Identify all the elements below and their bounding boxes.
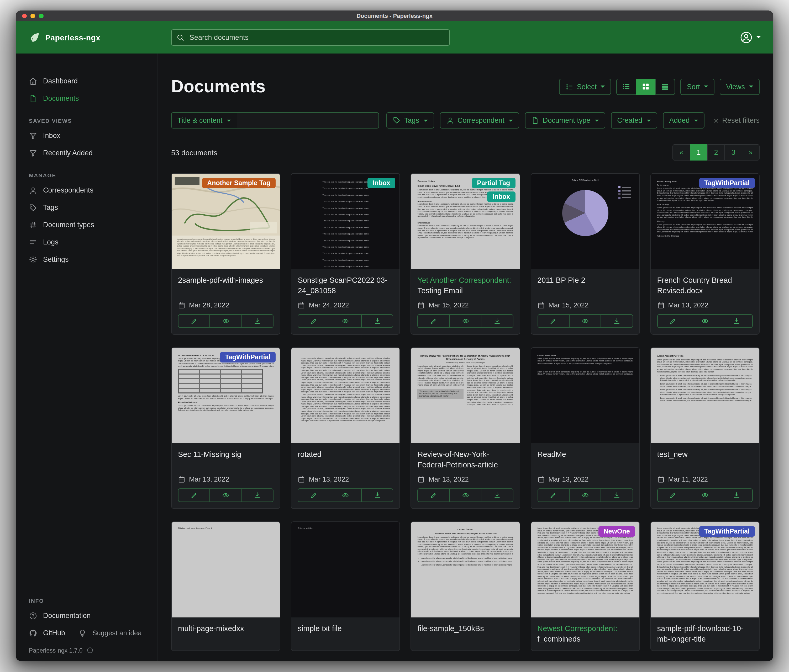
sidebar-item-inbox[interactable]: Inbox	[16, 127, 157, 144]
download-document-button[interactable]	[720, 488, 753, 502]
view-document-button[interactable]	[329, 314, 362, 328]
zoom-window-button[interactable]	[39, 13, 43, 18]
tag-tagwithpartial[interactable]: TagWithPartial	[699, 526, 755, 537]
filter-correspondent-button[interactable]: Correspondent	[440, 112, 519, 129]
edit-document-button[interactable]	[657, 488, 690, 502]
filter-document-type-button[interactable]: Document type	[525, 112, 605, 129]
tag-partial-tag[interactable]: Partial Tag	[472, 178, 515, 188]
tag-another-sample-tag[interactable]: Another Sample Tag	[202, 178, 276, 188]
sidebar-item-suggest-an-idea[interactable]: Suggest an idea	[65, 624, 142, 642]
document-title[interactable]: Sonstige ScanPC2022 03-24_081058	[298, 275, 393, 296]
document-thumbnail[interactable]: French Country BreadFor the Leaven:Lorem…	[651, 174, 759, 269]
view-document-button[interactable]	[689, 488, 721, 502]
view-document-button[interactable]	[449, 314, 482, 328]
view-document-button[interactable]	[689, 314, 721, 328]
document-title[interactable]: Newest Correspondent: f_combineds	[537, 623, 633, 644]
sidebar-item-document-types[interactable]: Document types	[16, 216, 157, 233]
document-title[interactable]: sample-pdf-download-10-mb-longer-title	[657, 623, 753, 644]
document-title[interactable]: Yet Another Correspondent: Testing Email	[418, 275, 513, 296]
view-mode-grid-button[interactable]	[636, 78, 656, 95]
document-title[interactable]: simple txt file	[298, 623, 393, 644]
views-button[interactable]: Views	[720, 78, 760, 95]
brand[interactable]: Paperless-ngx	[29, 32, 158, 43]
document-thumbnail[interactable]: 11. CONTINUING MEDICAL EDUCATIONLorem ip…	[172, 348, 280, 443]
sidebar-item-tags[interactable]: Tags	[16, 199, 157, 216]
reset-filters-button[interactable]: Reset filters	[712, 116, 760, 124]
titlebar[interactable]: Documents - Paperless-ngx	[16, 11, 773, 21]
pagination-page-1[interactable]: 1	[690, 144, 708, 161]
correspondent-link[interactable]: Yet Another Correspondent:	[418, 276, 511, 284]
sort-button[interactable]: Sort	[680, 78, 715, 95]
document-thumbnail[interactable]: This is a test file.	[291, 522, 399, 618]
document-title[interactable]: Sec 11-Missing sig	[178, 449, 273, 470]
document-thumbnail[interactable]: Release NotesSimba ODBC Driver for SQL S…	[411, 174, 519, 269]
view-document-button[interactable]	[449, 488, 482, 502]
tag-inbox[interactable]: Inbox	[367, 178, 396, 188]
document-title[interactable]: file-sample_150kBs	[418, 623, 513, 644]
edit-document-button[interactable]	[657, 314, 690, 328]
document-title[interactable]: Review-of-New-York-Federal-Petitions-art…	[418, 449, 513, 470]
sidebar-item-github[interactable]: GitHub	[16, 624, 65, 642]
tag-tagwithpartial[interactable]: TagWithPartial	[699, 178, 755, 188]
sidebar-item-settings[interactable]: Settings	[16, 251, 157, 268]
edit-document-button[interactable]	[418, 314, 450, 328]
document-thumbnail[interactable]: Lorem ipsum dolor sit amet, consectetur …	[531, 522, 639, 618]
edit-document-button[interactable]	[537, 488, 570, 502]
edit-document-button[interactable]	[298, 488, 330, 502]
filter-created-button[interactable]: Created	[611, 112, 657, 129]
minimize-window-button[interactable]	[30, 13, 35, 18]
document-title[interactable]: ReadMe	[537, 449, 633, 470]
download-document-button[interactable]	[481, 488, 513, 502]
document-title[interactable]: test_new	[657, 449, 753, 470]
edit-document-button[interactable]	[537, 314, 570, 328]
sidebar-item-recently-added[interactable]: Recently Added	[16, 144, 157, 162]
title-content-input[interactable]	[237, 112, 379, 129]
document-title[interactable]: multi-page-mixedxx	[178, 623, 273, 644]
download-document-button[interactable]	[601, 488, 633, 502]
document-thumbnail[interactable]: Adobe Acrobat PDF FilesLorem ipsum dolor…	[651, 348, 759, 443]
document-title[interactable]: 2sample-pdf-with-images	[178, 275, 273, 296]
download-document-button[interactable]	[241, 314, 274, 328]
view-mode-list-button[interactable]	[617, 78, 637, 95]
view-document-button[interactable]	[210, 488, 242, 502]
pagination-prev-button[interactable]: «	[672, 144, 690, 161]
view-document-button[interactable]	[569, 488, 601, 502]
document-thumbnail[interactable]: This is a multi page document. Page 1.	[172, 522, 280, 618]
document-thumbnail[interactable]: Contact Sheet DemoLorem ipsum dolor sit …	[531, 348, 639, 443]
filter-tags-button[interactable]: Tags	[387, 112, 434, 129]
sidebar-item-documentation[interactable]: Documentation	[16, 607, 157, 624]
document-thumbnail[interactable]: Lorem ipsum dolor sit amet, consectetur …	[291, 348, 399, 443]
tag-newone[interactable]: NewOne	[599, 526, 635, 537]
edit-document-button[interactable]	[418, 488, 450, 502]
document-thumbnail[interactable]: Lorem ipsumLorem ipsum dolor sit amet, c…	[411, 522, 519, 618]
document-title[interactable]: French Country Bread Revised.docx	[657, 275, 753, 296]
title-content-dropdown[interactable]: Title & content	[171, 112, 237, 129]
sidebar-item-documents[interactable]: Documents	[16, 90, 157, 107]
pagination-next-button[interactable]: »	[742, 144, 760, 161]
document-title[interactable]: rotated	[298, 449, 393, 470]
pagination-page-2[interactable]: 2	[707, 144, 725, 161]
correspondent-link[interactable]: Newest Correspondent:	[537, 624, 617, 633]
view-document-button[interactable]	[329, 488, 362, 502]
tag-inbox[interactable]: Inbox	[487, 191, 516, 202]
view-mode-details-button[interactable]	[655, 78, 676, 95]
pagination-page-3[interactable]: 3	[724, 144, 742, 161]
view-document-button[interactable]	[210, 314, 242, 328]
sidebar-item-correspondents[interactable]: Correspondents	[16, 182, 157, 199]
document-thumbnail[interactable]: Patient BP Distribution 2011	[531, 174, 639, 269]
close-window-button[interactable]	[22, 13, 27, 18]
download-document-button[interactable]	[481, 314, 513, 328]
select-button[interactable]: Select	[559, 78, 611, 95]
document-thumbnail[interactable]: This is a test for the double space char…	[291, 174, 399, 269]
download-document-button[interactable]	[361, 488, 393, 502]
global-search[interactable]	[171, 29, 450, 45]
document-title[interactable]: 2011 BP Pie 2	[537, 275, 633, 296]
edit-document-button[interactable]	[298, 314, 330, 328]
download-document-button[interactable]	[361, 314, 393, 328]
document-thumbnail[interactable]: Lorem ipsum dolor sit amet, consectetur …	[172, 174, 280, 269]
download-document-button[interactable]	[720, 314, 753, 328]
view-document-button[interactable]	[569, 314, 601, 328]
search-input[interactable]	[188, 33, 445, 42]
sidebar-item-logs[interactable]: Logs	[16, 233, 157, 251]
edit-document-button[interactable]	[178, 488, 210, 502]
